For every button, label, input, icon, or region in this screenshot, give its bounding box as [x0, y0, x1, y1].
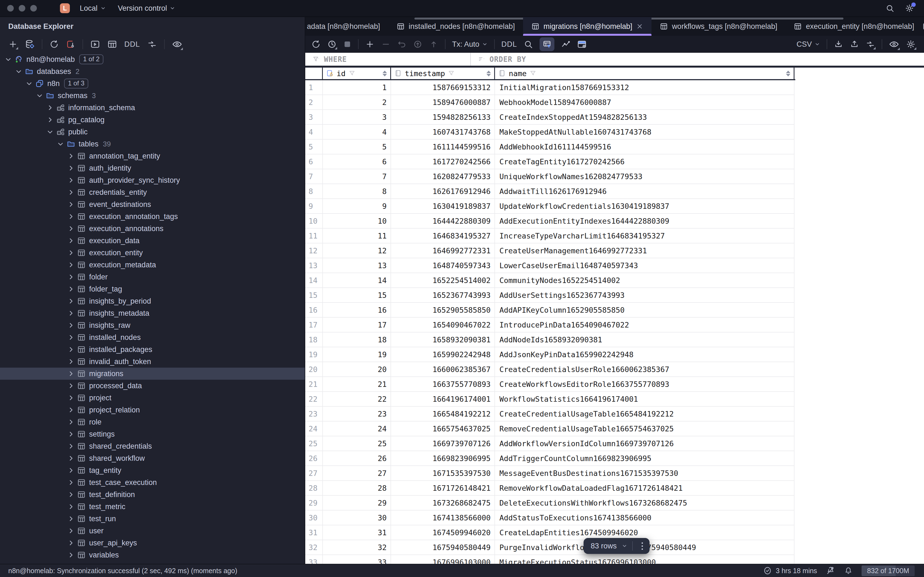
tree-item[interactable]: test_definition [0, 488, 305, 501]
minimize-window-button[interactable] [19, 5, 25, 11]
tree-item[interactable]: execution_annotation_tags [0, 211, 305, 222]
where-filter-field[interactable]: WHERE [305, 53, 471, 66]
cell-id[interactable]: 3 [323, 110, 391, 125]
cell-name[interactable]: MigrateExecutionStatus1676996103000 [495, 555, 795, 564]
WebhookModel1589476000887[interactable]: 2 2 1589476000887 WebhookModel1589476000… [305, 95, 795, 110]
IntroducePinData1654090467022[interactable]: 17 17 1654090467022 IntroducePinData1654… [305, 318, 795, 332]
cell-timestamp[interactable]: 1644422880309 [391, 214, 495, 229]
LowerCaseUserEmail1648740597343[interactable]: 13 13 1648740597343 LowerCaseUserEmail16… [305, 258, 795, 273]
chevron-icon[interactable] [5, 55, 12, 63]
cell-timestamp[interactable]: 1652254514002 [391, 273, 495, 288]
cell-name[interactable]: AddAPIKeyColumn1652905585850 [495, 303, 795, 318]
AddWorkflowVersionIdColumn1669739707126[interactable]: 25 25 1669739707126 AddWorkflowVersionId… [305, 436, 795, 451]
cell-timestamp[interactable]: 1660062385367 [391, 362, 495, 377]
search-icon[interactable] [885, 4, 894, 13]
chevron-icon[interactable] [67, 249, 75, 256]
cell-name[interactable]: AddJsonKeyPinData1659902242948 [495, 347, 795, 362]
chevron-icon[interactable] [67, 321, 75, 329]
AddExecutionEntityIndexes1644422880309[interactable]: 10 10 1644422880309 AddExecutionEntityIn… [305, 214, 795, 229]
chevron-icon[interactable] [67, 273, 75, 281]
export-download-icon[interactable] [834, 40, 843, 49]
cell-name[interactable]: RemoveCredentialUsageTable1665754637025 [495, 421, 795, 436]
cell-timestamp[interactable]: 1654090467022 [391, 318, 495, 332]
add-row-icon[interactable] [365, 40, 375, 49]
cell-timestamp[interactable]: 1646992772331 [391, 243, 495, 258]
cell-timestamp[interactable]: 1665484192212 [391, 407, 495, 421]
cell-id[interactable]: 13 [323, 258, 391, 273]
chevron-icon[interactable] [25, 80, 33, 87]
AddNodeIds1658932090381[interactable]: 18 18 1658932090381 AddNodeIds1658932090… [305, 332, 795, 347]
cell-name[interactable]: CreateCredentialUsageTable1665484192212 [495, 407, 795, 421]
cell-name[interactable]: CreateUserManagement1646992772331 [495, 243, 795, 258]
tree-item[interactable]: event_destinations [0, 198, 305, 211]
PurgeInvalidWorkflowConnections1675940580449[interactable]: 32 32 1675940580449 PurgeInvalidWorkflow… [305, 540, 795, 555]
cell-id[interactable]: 14 [323, 273, 391, 288]
cell-timestamp[interactable]: 1626176912946 [391, 184, 495, 199]
preview-eye-icon[interactable] [172, 39, 183, 50]
chevron-icon[interactable] [67, 225, 75, 232]
cell-id[interactable]: 21 [323, 377, 391, 392]
chevron-icon[interactable] [67, 346, 75, 353]
MigrateExecutionStatus1676996103000[interactable]: 33 33 1676996103000 MigrateExecutionStat… [305, 555, 795, 564]
cell-timestamp[interactable]: 1674509946020 [391, 525, 495, 540]
cell-id[interactable]: 5 [323, 140, 391, 155]
cell-name[interactable]: DeleteExecutionsWithWorkflows16732686824… [495, 496, 795, 511]
cell-timestamp[interactable]: 1630419189837 [391, 199, 495, 214]
cell-name[interactable]: AddExecutionEntityIndexes1644422880309 [495, 214, 795, 229]
tree-item[interactable]: role [0, 416, 305, 428]
row-count-pill[interactable]: 83 rows [583, 538, 649, 554]
chevron-icon[interactable] [67, 467, 75, 474]
chevron-icon[interactable] [67, 358, 75, 366]
cell-id[interactable]: 15 [323, 288, 391, 303]
add-icon[interactable] [8, 40, 18, 49]
chevron-icon[interactable] [67, 176, 75, 184]
AddStatusToExecutions1674138566000[interactable]: 30 30 1674138566000 AddStatusToExecution… [305, 511, 795, 525]
tree-item[interactable]: folder_tag [0, 283, 305, 295]
cell-id[interactable]: 9 [323, 199, 391, 214]
tree-item[interactable]: processed_data [0, 380, 305, 392]
close-icon[interactable] [636, 23, 643, 30]
cell-id[interactable]: 2 [323, 95, 391, 110]
chevron-icon[interactable] [67, 539, 75, 547]
disconnect-icon[interactable] [66, 40, 75, 49]
filter-funnel-icon[interactable] [349, 70, 355, 77]
chevron-icon[interactable] [67, 189, 75, 196]
chevron-icon[interactable] [67, 394, 75, 402]
row-number-header[interactable] [305, 68, 323, 79]
cell-timestamp[interactable]: 1675940580449 [391, 540, 495, 555]
cell-id[interactable]: 24 [323, 421, 391, 436]
grid-gear-icon[interactable] [906, 39, 916, 49]
cell-id[interactable]: 1 [323, 80, 391, 95]
cell-id[interactable]: 30 [323, 511, 391, 525]
column-header-id[interactable]: id [323, 68, 391, 79]
cell-name[interactable]: UpdateWorkflowCredentials1630419189837 [495, 199, 795, 214]
editor-tab[interactable]: migrations [n8n@homelab] [523, 17, 651, 36]
tree-item[interactable]: annotation_tag_entity [0, 150, 305, 162]
cell-timestamp[interactable]: 1652905585850 [391, 303, 495, 318]
chevron-icon[interactable] [67, 406, 75, 414]
cell-id[interactable]: 16 [323, 303, 391, 318]
tree-item[interactable]: installed_nodes [0, 331, 305, 343]
cell-name[interactable]: MakeStoppedAtNullable1607431743768 [495, 125, 795, 140]
cell-id[interactable]: 17 [323, 318, 391, 332]
tree-item[interactable]: insights_raw [0, 319, 305, 331]
cell-id[interactable]: 10 [323, 214, 391, 229]
cell-id[interactable]: 8 [323, 184, 391, 199]
tree-item[interactable]: auth_provider_sync_history [0, 174, 305, 186]
CreateLdapEntities1674509946020[interactable]: 31 31 1674509946020 CreateLdapEntities16… [305, 525, 795, 540]
tree-item[interactable]: installed_packages [0, 343, 305, 356]
cell-name[interactable]: WebhookModel1589476000887 [495, 95, 795, 110]
hidden-tabs-table-icon[interactable] [922, 22, 924, 31]
cell-id[interactable]: 32 [323, 540, 391, 555]
column-header-name[interactable]: name [495, 68, 795, 79]
cell-id[interactable]: 4 [323, 125, 391, 140]
tree-item[interactable]: variables [0, 549, 305, 561]
cell-name[interactable]: AddUserSettings1652367743993 [495, 288, 795, 303]
MakeStoppedAtNullable1607431743768[interactable]: 4 4 1607431743768 MakeStoppedAtNullable1… [305, 125, 795, 140]
tree-item[interactable]: project [0, 392, 305, 404]
view-options-eye-icon[interactable] [889, 39, 899, 50]
chevron-icon[interactable] [67, 430, 75, 438]
CreateCredentialsUserRole1660062385367[interactable]: 20 20 1660062385367 CreateCredentialsUse… [305, 362, 795, 377]
column-header-timestamp[interactable]: timestamp [391, 68, 495, 79]
chevron-icon[interactable] [46, 104, 54, 111]
